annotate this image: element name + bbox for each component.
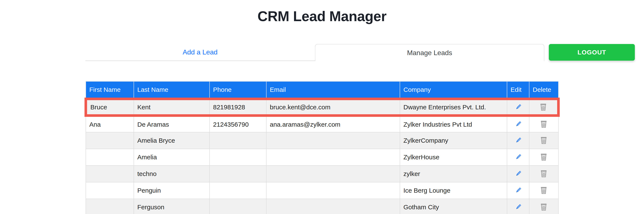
logout-button[interactable]: LOGOUT — [549, 44, 635, 61]
edit-button[interactable] — [514, 169, 522, 179]
header-company: Company — [400, 81, 507, 99]
cell-delete — [529, 149, 558, 165]
tab-add-a-lead[interactable]: Add a Lead — [85, 44, 315, 61]
cell-email — [266, 165, 400, 182]
cell-email — [266, 199, 400, 214]
cell-first-name — [86, 132, 134, 149]
delete-button[interactable] — [539, 168, 548, 179]
cell-company: Ice Berg Lounge — [400, 182, 507, 199]
cell-delete — [529, 99, 558, 116]
pencil-icon — [514, 152, 522, 162]
cell-phone — [210, 149, 266, 165]
edit-button[interactable] — [514, 185, 522, 196]
pencil-icon — [514, 185, 522, 196]
trash-icon — [539, 102, 548, 113]
trash-icon — [539, 185, 548, 196]
trash-icon — [539, 152, 548, 163]
cell-company: Dwayne Enterprises Pvt. Ltd. — [400, 99, 507, 116]
leads-table: First Name Last Name Phone Email Company… — [84, 81, 560, 214]
cell-last-name: Ferguson — [134, 199, 210, 214]
table-body: Bruce Kent 821981928 bruce.kent@dce.com … — [86, 99, 558, 214]
trash-icon — [539, 119, 548, 130]
delete-button[interactable] — [539, 185, 548, 196]
cell-first-name — [86, 165, 134, 182]
tabs-nav: Add a Lead Manage Leads — [85, 44, 544, 61]
cell-last-name: techno — [134, 165, 210, 182]
table-row: Amelia Bryce ZylkerCompany — [86, 132, 558, 149]
cell-email: ana.aramas@zylker.com — [266, 116, 400, 132]
cell-first-name — [86, 182, 134, 199]
cell-email: bruce.kent@dce.com — [266, 99, 400, 116]
cell-company: Zylker Industries Pvt Ltd — [400, 116, 507, 132]
cell-phone — [210, 132, 266, 149]
header-phone: Phone — [210, 81, 266, 99]
cell-last-name: Amelia Bryce — [134, 132, 210, 149]
edit-button[interactable] — [514, 135, 522, 146]
pencil-icon — [514, 169, 522, 179]
edit-button[interactable] — [514, 102, 522, 113]
page-title: CRM Lead Manager — [0, 8, 644, 24]
cell-delete — [529, 199, 558, 214]
cell-last-name: Kent — [134, 99, 210, 116]
tab-manage-leads-label: Manage Leads — [407, 49, 452, 57]
delete-button[interactable] — [539, 102, 548, 113]
cell-edit — [507, 116, 529, 132]
cell-delete — [529, 165, 558, 182]
cell-edit — [507, 182, 529, 199]
pencil-icon — [514, 202, 522, 212]
header-edit: Edit — [507, 81, 529, 99]
cell-edit — [507, 149, 529, 165]
trash-icon — [539, 135, 548, 146]
delete-button[interactable] — [539, 152, 548, 163]
cell-phone — [210, 165, 266, 182]
cell-phone: 2124356790 — [210, 116, 266, 132]
header-last-name: Last Name — [134, 81, 210, 99]
pencil-icon — [514, 135, 522, 146]
cell-email — [266, 182, 400, 199]
pencil-icon — [514, 102, 522, 113]
edit-button[interactable] — [514, 152, 522, 162]
table-row: Amelia ZylkerHouse — [86, 149, 558, 165]
cell-company: ZylkerHouse — [400, 149, 507, 165]
cell-delete — [529, 132, 558, 149]
cell-delete — [529, 116, 558, 132]
table-header: First Name Last Name Phone Email Company… — [86, 81, 558, 99]
cell-first-name — [86, 149, 134, 165]
table-row: Penguin Ice Berg Lounge — [86, 182, 558, 199]
header-delete: Delete — [529, 81, 558, 99]
cell-first-name — [86, 199, 134, 214]
tab-add-a-lead-label: Add a Lead — [183, 48, 218, 56]
cell-phone — [210, 199, 266, 214]
trash-icon — [539, 168, 548, 179]
table-row: Ferguson Gotham City — [86, 199, 558, 214]
cell-email — [266, 149, 400, 165]
cell-delete — [529, 182, 558, 199]
table-header-row: First Name Last Name Phone Email Company… — [86, 81, 558, 99]
cell-last-name: Amelia — [134, 149, 210, 165]
cell-phone: 821981928 — [210, 99, 266, 116]
table-row-highlighted: Bruce Kent 821981928 bruce.kent@dce.com … — [86, 99, 558, 116]
tab-manage-leads[interactable]: Manage Leads — [315, 44, 544, 61]
pencil-icon — [514, 119, 522, 130]
cell-company: Gotham City — [400, 199, 507, 214]
delete-button[interactable] — [539, 202, 548, 213]
cell-company: zylker — [400, 165, 507, 182]
cell-email — [266, 132, 400, 149]
cell-first-name: Bruce — [86, 99, 134, 116]
cell-first-name: Ana — [86, 116, 134, 132]
header-email: Email — [266, 81, 400, 99]
header-first-name: First Name — [86, 81, 134, 99]
table-row: Ana De Aramas 2124356790 ana.aramas@zylk… — [86, 116, 558, 132]
delete-button[interactable] — [539, 119, 548, 130]
cell-phone — [210, 182, 266, 199]
table-row: techno zylker — [86, 165, 558, 182]
delete-button[interactable] — [539, 135, 548, 146]
cell-edit — [507, 199, 529, 214]
cell-last-name: De Aramas — [134, 116, 210, 132]
edit-button[interactable] — [514, 202, 522, 212]
cell-edit — [507, 165, 529, 182]
edit-button[interactable] — [514, 119, 522, 130]
cell-edit — [507, 132, 529, 149]
tabs-row: Add a Lead Manage Leads LOGOUT — [85, 44, 635, 61]
cell-last-name: Penguin — [134, 182, 210, 199]
